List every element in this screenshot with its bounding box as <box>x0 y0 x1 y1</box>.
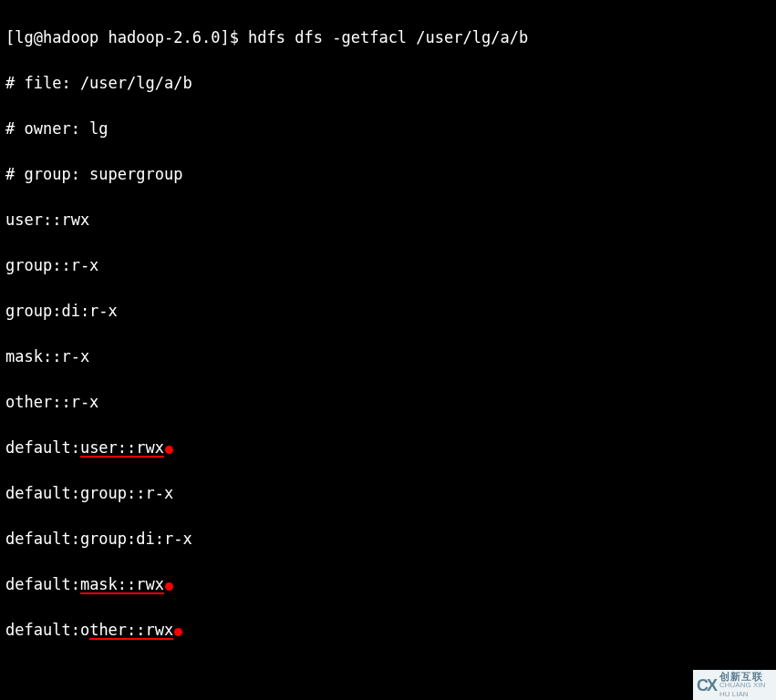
output-line-highlighted: default:user::rwx <box>5 437 771 459</box>
annotation-endpoint-icon <box>165 446 173 454</box>
highlight-segment: mask::rwx <box>80 575 164 593</box>
highlight-segment: ther::rwx <box>89 621 173 639</box>
output-line: group::r-x <box>5 254 771 277</box>
blank-line <box>5 664 771 687</box>
output-line: group:di:r-x <box>5 300 771 323</box>
annotation-endpoint-icon <box>165 582 173 591</box>
terminal-output: [lg@hadoop hadoop-2.6.0]$ hdfs dfs -getf… <box>0 0 776 700</box>
output-line-highlighted: default:other::rwx <box>5 619 771 642</box>
watermark-subtext: CHUANG XIN HU LIAN <box>719 681 772 699</box>
watermark-brand: 创新互联 <box>719 672 772 681</box>
output-line: # file: /user/lg/a/b <box>5 72 771 95</box>
watermark-icon: CX <box>697 681 716 690</box>
output-line: default:group::r-x <box>5 482 771 505</box>
prompt-line[interactable]: [lg@hadoop hadoop-2.6.0]$ hdfs dfs -getf… <box>5 26 771 49</box>
annotation-endpoint-icon <box>174 628 182 636</box>
output-line: default:group:di:r-x <box>5 528 771 551</box>
watermark-logo: CX 创新互联 CHUANG XIN HU LIAN <box>693 670 776 700</box>
output-line: user::rwx <box>5 209 771 232</box>
shell-prompt: [lg@hadoop hadoop-2.6.0]$ <box>5 28 248 46</box>
output-line: # owner: lg <box>5 118 771 140</box>
output-line-highlighted: default:mask::rwx <box>5 573 771 596</box>
output-line: other::r-x <box>5 391 771 414</box>
output-line: mask::r-x <box>5 345 771 368</box>
output-line: # group: supergroup <box>5 163 771 186</box>
command-text: hdfs dfs -getfacl /user/lg/a/b <box>248 28 528 46</box>
highlight-segment: user::rwx <box>80 438 164 457</box>
